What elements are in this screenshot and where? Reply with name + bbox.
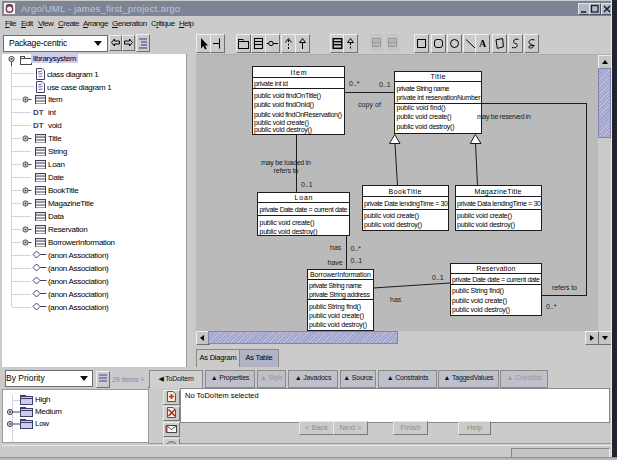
svg-text:public String find(): public String find()	[452, 287, 504, 295]
svg-text:Loan: Loan	[295, 194, 313, 201]
svg-text:public void destroy(): public void destroy()	[254, 126, 312, 134]
svg-text:Item: Item	[291, 69, 307, 76]
svg-text:has: has	[390, 296, 402, 303]
svg-text:Reservation: Reservation	[477, 265, 516, 272]
svg-text:0..*: 0..*	[349, 80, 360, 87]
svg-text:public void findOnReservation(: public void findOnReservation()	[254, 111, 342, 119]
svg-text:public void create(): public void create()	[452, 297, 507, 305]
svg-text:public void destroy(): public void destroy()	[397, 123, 455, 131]
svg-text:public String find(): public String find()	[309, 303, 361, 311]
svg-text:public void destroy(): public void destroy()	[457, 221, 515, 229]
svg-text:0..*: 0..*	[546, 303, 557, 310]
svg-text:private Date date = current da: private Date date = current date	[452, 276, 540, 284]
svg-text:private Date date = current da: private Date date = current date	[260, 206, 348, 214]
svg-text:public void findOnId(): public void findOnId()	[254, 101, 314, 109]
svg-text:public void create(): public void create()	[309, 312, 364, 320]
svg-text:public void create(): public void create()	[260, 219, 315, 227]
svg-text:private String address: private String address	[309, 291, 371, 299]
svg-text:0..1: 0..1	[379, 81, 391, 88]
svg-text:private int reservationNumber: private int reservationNumber	[397, 94, 482, 102]
svg-text:have: have	[328, 259, 343, 266]
svg-text:public void create(): public void create()	[457, 212, 512, 220]
svg-text:A: A	[479, 38, 487, 49]
svg-text:0..1: 0..1	[301, 181, 313, 188]
svg-text:may be reserved in: may be reserved in	[477, 113, 531, 121]
svg-text:0..*: 0..*	[351, 245, 362, 252]
svg-text:has: has	[330, 244, 342, 251]
svg-text:private Date lendingTime = 30: private Date lendingTime = 30	[364, 200, 448, 208]
svg-text:BookTitle: BookTitle	[389, 188, 422, 195]
svg-text:public void destroy(): public void destroy()	[452, 306, 510, 314]
svg-text:0..1: 0..1	[351, 257, 363, 264]
svg-text:private int id: private int id	[254, 80, 288, 88]
svg-text:copy of: copy of	[358, 101, 381, 109]
svg-text:public void findOnTitle(): public void findOnTitle()	[254, 92, 321, 100]
svg-text:public void find(): public void find()	[397, 104, 446, 112]
svg-text:public void destroy(): public void destroy()	[309, 321, 367, 329]
svg-text:refers to: refers to	[552, 284, 577, 291]
svg-text:public void destroy(): public void destroy()	[364, 221, 422, 229]
svg-text:private String name: private String name	[397, 85, 450, 93]
svg-text:refers to: refers to	[274, 167, 299, 174]
svg-text:BorrowerInformation: BorrowerInformation	[310, 271, 371, 278]
svg-text:Title: Title	[431, 73, 446, 80]
svg-text:private Data lendingTime = 30: private Data lendingTime = 30	[457, 200, 541, 208]
svg-text:private String name: private String name	[309, 282, 362, 290]
svg-text:MagazineTitle: MagazineTitle	[475, 188, 522, 196]
svg-text:public void destroy(): public void destroy()	[260, 228, 318, 236]
svg-text:may be loaded in: may be loaded in	[261, 159, 311, 167]
svg-text:public void create(): public void create()	[364, 212, 419, 220]
svg-text:public void create(): public void create()	[397, 113, 452, 121]
svg-text:0..1: 0..1	[432, 274, 444, 281]
